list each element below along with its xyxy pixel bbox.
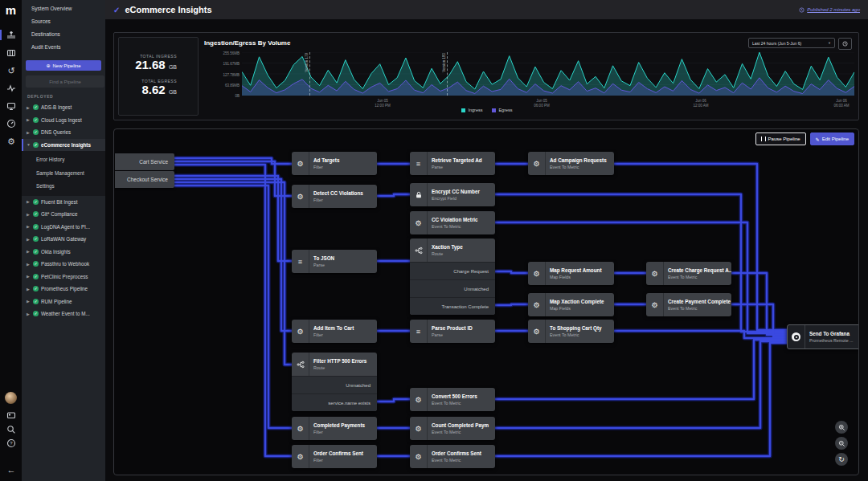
source-cart-service[interactable]: Cart Service bbox=[115, 153, 174, 170]
source-checkout-service[interactable]: Checkout Service bbox=[115, 171, 174, 188]
node-encrypt-cc-number[interactable]: Encrypt CC NumberEncrypt Field bbox=[410, 183, 495, 206]
node-order-confirms-metric[interactable]: ⚙Order Confirms SentEvent To Metric bbox=[410, 445, 495, 468]
mezmo-logo[interactable]: m bbox=[4, 3, 18, 17]
chevron-down-icon: ▼ bbox=[828, 41, 831, 45]
status-check-icon: ✓ bbox=[33, 129, 39, 135]
node-create-payment-complete[interactable]: ⚙Create Payment CompleteEvent To Metric bbox=[646, 293, 731, 316]
node-parse-product-id[interactable]: ≡Parse Product IDParse bbox=[410, 320, 495, 343]
status-check-icon: ✓ bbox=[33, 117, 39, 123]
chevron-right-icon[interactable]: ▶ bbox=[27, 287, 31, 291]
sidebar-pipeline-item[interactable]: ▶ ✓ Passthru to Webhook bbox=[22, 258, 105, 271]
avatar[interactable] bbox=[5, 392, 17, 404]
pipeline-submenu-item[interactable]: Error History bbox=[22, 153, 105, 167]
chevron-right-icon[interactable]: ▶ bbox=[27, 274, 31, 279]
sidebar-nav-item[interactable]: Destinations bbox=[22, 28, 105, 41]
chevron-down-icon[interactable]: ▼ bbox=[27, 142, 31, 147]
node-to-shopping-cart-qty[interactable]: ⚙To Shopping Cart QtyEvent To Metric bbox=[528, 320, 614, 343]
sidebar-nav-item[interactable]: System Overview bbox=[22, 2, 105, 15]
legend-egress[interactable]: Egress bbox=[492, 108, 512, 112]
time-range-clock-button[interactable] bbox=[838, 38, 852, 50]
chevron-right-icon[interactable]: ▶ bbox=[27, 130, 31, 135]
sidebar-pipeline-item[interactable]: ▶ ✓ DNS Queries bbox=[22, 126, 105, 139]
sidebar-nav-item[interactable]: Sources bbox=[22, 15, 105, 28]
node-cc-violation-metric[interactable]: ⚙CC Violation MetricEvent To Metric bbox=[410, 211, 495, 234]
page-title: eCommerce Insights bbox=[125, 5, 799, 14]
chevron-right-icon[interactable]: ▶ bbox=[27, 299, 31, 304]
settings-icon[interactable]: ⚙ bbox=[6, 136, 17, 147]
find-pipeline-input[interactable] bbox=[26, 75, 104, 88]
legend-ingress[interactable]: Ingress bbox=[461, 108, 482, 112]
sidebar-pipeline-item[interactable]: ▶ ✓ ADS-B Ingest bbox=[22, 101, 105, 114]
gauge-icon[interactable] bbox=[6, 118, 17, 129]
help-icon[interactable]: ? bbox=[6, 438, 17, 449]
sidebar-pipeline-item[interactable]: ▶ ✓ Prometheus Pipeline bbox=[22, 283, 105, 296]
node-map-request-amount[interactable]: ⚙Map Request AmountMap Fields bbox=[528, 262, 614, 285]
pipeline-submenu-item[interactable]: Sample Management bbox=[22, 167, 105, 181]
node-to-json[interactable]: ≡To JSONParse bbox=[292, 250, 377, 273]
sidebar-pipeline-item[interactable]: ▶ ✓ Weather Event to M... bbox=[22, 308, 105, 320]
panels-icon[interactable] bbox=[6, 47, 17, 59]
sidebar-pipeline-item[interactable]: ▶ ✓ LoRaWAN Gateway bbox=[22, 233, 105, 246]
node-convert-500-errors[interactable]: ⚙Convert 500 ErrorsEvent To Metric bbox=[410, 388, 495, 411]
route-row-service-name[interactable]: service.name exists bbox=[292, 393, 377, 411]
chevron-right-icon[interactable]: ▶ bbox=[27, 212, 31, 217]
rail-active-indicator bbox=[0, 30, 2, 40]
node-xaction-type[interactable]: Xaction TypeRoute Charge Request Unmatch… bbox=[410, 238, 495, 315]
chevron-right-icon[interactable]: ▶ bbox=[27, 312, 31, 316]
sidebar-pipeline-item[interactable]: ▶ ✓ RUM Pipeline bbox=[22, 296, 105, 308]
node-detect-cc-violations[interactable]: ⚙Detect CC ViolationsFilter bbox=[292, 185, 377, 208]
zoom-in-button[interactable] bbox=[835, 421, 848, 434]
node-filter-http-500[interactable]: Filter HTTP 500 ErrorsRoute Unmatched se… bbox=[292, 353, 377, 411]
node-ad-targets[interactable]: ⚙Ad TargetsFilter bbox=[292, 152, 377, 175]
sidebar-pipeline-item[interactable]: ▶ ✓ PetClinic Preprocess bbox=[22, 271, 105, 283]
node-count-completed-paym[interactable]: ⚙Count Completed PaymEvent To Metric bbox=[410, 417, 495, 440]
changelog-icon[interactable] bbox=[6, 410, 17, 421]
route-row-transaction-complete[interactable]: Transaction Complete bbox=[410, 297, 495, 315]
route-row-charge-request[interactable]: Charge Request bbox=[410, 262, 495, 279]
sidebar-pipeline-item[interactable]: ▶ ✓ Cloud Logs Ingest bbox=[22, 114, 105, 127]
page-header: ✓ eCommerce Insights Published 2 minutes… bbox=[105, 0, 868, 19]
chevron-right-icon[interactable]: ▶ bbox=[27, 224, 31, 229]
published-link[interactable]: Published 2 minutes ago bbox=[799, 7, 860, 13]
history-icon[interactable]: ↺ bbox=[6, 65, 17, 76]
sidebar-pipeline-item[interactable]: ▶ ✓ Fluent Bit Ingest bbox=[22, 196, 105, 209]
route-row-unmatched[interactable]: Unmatched bbox=[292, 376, 377, 393]
sidebar-pipeline-item[interactable]: ▶ ✓ Git* Compliance bbox=[22, 208, 105, 221]
zoom-out-button[interactable] bbox=[835, 437, 848, 450]
pipeline-canvas[interactable]: Pause Pipeline ✎Edit Pipeline Cart Servi… bbox=[113, 128, 859, 475]
sidebar-pipeline-item-active[interactable]: ▼ ✓ eCommerce Insights bbox=[22, 139, 105, 152]
route-row-unmatched[interactable]: Unmatched bbox=[410, 279, 495, 297]
monitor-icon[interactable] bbox=[6, 100, 17, 112]
sidebar-pipeline-item[interactable]: ▶ ✓ LogDNA Agent to Pl... bbox=[22, 221, 105, 234]
chevron-right-icon[interactable]: ▶ bbox=[27, 105, 31, 110]
node-send-to-grafana[interactable]: Send To GrafanaPrometheus Remote ... bbox=[787, 324, 859, 349]
edit-pipeline-button[interactable]: ✎Edit Pipeline bbox=[810, 132, 854, 145]
gears-icon: ⚙ bbox=[528, 293, 546, 316]
search-icon[interactable] bbox=[6, 424, 17, 435]
chevron-right-icon[interactable]: ▶ bbox=[27, 199, 31, 204]
node-add-item-to-cart[interactable]: ⚙Add Item To CartFilter bbox=[292, 320, 377, 343]
new-pipeline-button[interactable]: ⊕ New Pipeline bbox=[26, 60, 101, 71]
time-range-select[interactable]: Last 24 hours (Jun 5-Jun 6) ▼ bbox=[748, 38, 835, 48]
chevron-right-icon[interactable]: ▶ bbox=[27, 117, 31, 122]
pipeline-submenu-item[interactable]: Settings bbox=[22, 180, 105, 194]
node-completed-payments[interactable]: ⚙Completed PaymentsFilter bbox=[292, 417, 377, 440]
node-ad-campaign-requests[interactable]: ⚙Ad Campaign RequestsEvent To Metric bbox=[528, 152, 614, 175]
node-order-confirms-filter[interactable]: ⚙Order Confirms SentFilter bbox=[292, 445, 377, 468]
volume-chart-plot[interactable] bbox=[242, 52, 854, 96]
pipeline-icon[interactable] bbox=[6, 30, 17, 41]
collapse-icon[interactable]: ← bbox=[6, 464, 17, 475]
chevron-right-icon[interactable]: ▶ bbox=[27, 262, 31, 267]
status-check-icon: ✓ bbox=[33, 142, 39, 148]
node-create-charge-request[interactable]: ⚙Create Charge Request A...Event To Metr… bbox=[646, 262, 731, 285]
status-check-icon: ✓ bbox=[33, 104, 39, 110]
pause-pipeline-button[interactable]: Pause Pipeline bbox=[755, 132, 806, 145]
zoom-reset-button[interactable]: ↻ bbox=[835, 453, 848, 466]
chevron-right-icon[interactable]: ▶ bbox=[27, 249, 31, 254]
sidebar-nav-item[interactable]: Audit Events bbox=[22, 41, 105, 54]
sidebar-pipeline-item[interactable]: ▶ ✓ Okta Insights bbox=[22, 246, 105, 259]
node-retrieve-targeted-ad[interactable]: ≡Retrieve Targeted AdParse bbox=[410, 152, 495, 175]
chevron-right-icon[interactable]: ▶ bbox=[27, 237, 31, 242]
node-map-xaction-complete[interactable]: ⚙Map Xaction CompleteMap Fields bbox=[528, 293, 614, 316]
activity-icon[interactable] bbox=[6, 83, 17, 94]
